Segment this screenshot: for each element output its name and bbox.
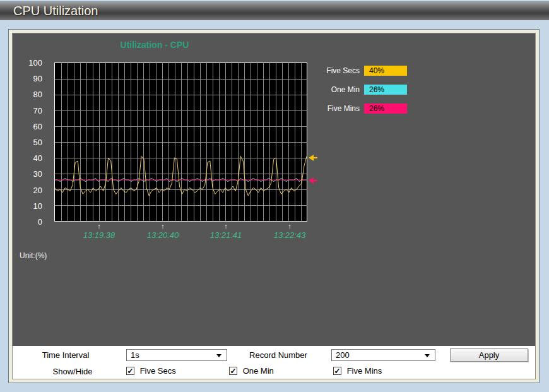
- y-axis-tick: 60: [16, 122, 42, 131]
- y-axis-tick: 50: [16, 138, 42, 146]
- title-bar: CPU Utilization: [0, 1, 549, 20]
- y-axis-tick: 90: [16, 74, 42, 83]
- page-title: CPU Utilization: [0, 2, 549, 20]
- legend-value-swatch: 26%: [364, 85, 407, 95]
- y-axis-tick: 40: [16, 153, 42, 162]
- controls-region: Time Interval 1s Record Number 200 Apply…: [13, 346, 535, 379]
- chart-title: Utilization - CPU: [76, 40, 233, 50]
- x-axis-tick: ↑ 13:20:40: [136, 223, 189, 240]
- x-marker-arrow-icon: ↑: [136, 223, 189, 229]
- y-axis-tick: 10: [16, 201, 42, 210]
- legend-value-swatch: 40%: [364, 66, 407, 76]
- main-panel: Utilization - CPU 100 90 80 70 60 50 40 …: [9, 30, 539, 383]
- x-axis-tick: ↑ 13:22:43: [263, 223, 316, 240]
- apply-button[interactable]: Apply: [450, 348, 528, 362]
- y-axis-tick: 20: [16, 186, 42, 194]
- checkbox-one-min[interactable]: ✓ One Min: [229, 365, 274, 375]
- record-number-select[interactable]: 200: [331, 349, 435, 361]
- checkbox-box: ✓: [229, 367, 237, 375]
- panel-inner: Utilization - CPU 100 90 80 70 60 50 40 …: [12, 33, 536, 379]
- time-interval-value: 1s: [131, 350, 139, 360]
- checkbox-label: Five Mins: [347, 366, 382, 376]
- chart-region: Utilization - CPU 100 90 80 70 60 50 40 …: [13, 33, 535, 346]
- dropdown-arrow-icon: [425, 354, 430, 357]
- x-marker-arrow-icon: ↑: [263, 223, 316, 229]
- checkbox-box: ✓: [333, 367, 341, 375]
- checkbox-box: ✓: [126, 367, 134, 375]
- legend-label: One Min: [312, 85, 360, 94]
- five-secs-marker-icon: [308, 154, 318, 162]
- page: CPU Utilization Utilization - CPU 100 90…: [0, 0, 549, 392]
- record-number-label: Record Number: [237, 350, 319, 360]
- five-mins-marker-icon: [308, 177, 318, 184]
- x-tick-label: 13:22:43: [263, 230, 316, 240]
- x-axis-tick: ↑ 13:21:41: [199, 223, 252, 240]
- x-tick-label: 13:20:40: [136, 230, 189, 240]
- checkbox-five-mins[interactable]: ✓ Five Mins: [333, 365, 382, 375]
- record-number-value: 200: [336, 350, 350, 360]
- unit-label: Unit:(%): [20, 251, 47, 260]
- legend-label: Five Mins: [312, 104, 360, 113]
- time-interval-label: Time Interval: [25, 350, 106, 360]
- checkbox-label: One Min: [243, 366, 274, 376]
- x-tick-label: 13:19:38: [73, 230, 126, 240]
- checkbox-label: Five Secs: [140, 366, 176, 376]
- x-axis-tick: ↑ 13:19:38: [73, 223, 126, 240]
- legend-value-swatch: 26%: [364, 104, 407, 114]
- utilization-chart: [55, 63, 307, 221]
- x-tick-label: 13:21:41: [199, 230, 252, 240]
- x-marker-arrow-icon: ↑: [199, 223, 252, 229]
- y-axis-tick: 0: [16, 217, 42, 226]
- show-hide-label: Show/Hide: [35, 367, 110, 377]
- plot-area: [54, 62, 307, 222]
- checkbox-five-secs[interactable]: ✓ Five Secs: [126, 365, 176, 375]
- dropdown-arrow-icon: [216, 354, 221, 357]
- y-axis-tick: 30: [16, 169, 42, 178]
- x-marker-arrow-icon: ↑: [73, 223, 126, 229]
- y-axis-tick: 100: [16, 58, 42, 67]
- legend-label: Five Secs: [312, 66, 360, 75]
- y-axis-tick: 80: [16, 90, 42, 98]
- time-interval-select[interactable]: 1s: [126, 349, 227, 361]
- y-axis-tick: 70: [16, 106, 42, 115]
